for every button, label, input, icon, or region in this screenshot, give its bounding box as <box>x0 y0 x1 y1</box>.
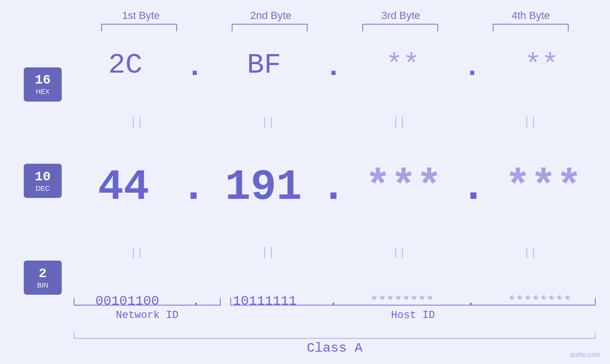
sep-dec-bin: || || || || <box>71 246 596 259</box>
byte3-header: 3rd Byte <box>353 9 448 22</box>
bracket-byte3 <box>353 24 448 31</box>
hex-b3-cell: ** <box>356 49 450 81</box>
byte2-header: 2nd Byte <box>224 9 319 22</box>
hex-row: 2C . BF . ** . ** <box>71 49 596 81</box>
host-id-bracket <box>230 298 596 306</box>
bracket-byte1 <box>92 24 187 31</box>
badges-column: 16 HEX 10 DEC 2 BIN <box>14 31 71 364</box>
hex-b2-cell: BF <box>216 49 311 81</box>
main-container: 1st Byte 2nd Byte 3rd Byte 4th Byte 16 H… <box>0 0 610 364</box>
bracket-byte4 <box>483 24 578 31</box>
dec-row: 44 . 191 . *** . *** <box>71 163 596 212</box>
dot-hex-1: . <box>186 51 203 84</box>
dec-badge: 10 DEC <box>24 164 62 198</box>
dec-b3-cell: *** <box>356 163 451 212</box>
hex-b3-value: ** <box>386 49 420 81</box>
hex-badge: 16 HEX <box>24 67 62 102</box>
dec-b1-value: 44 <box>98 163 149 212</box>
hex-b4-cell: ** <box>494 49 589 81</box>
dec-b2-cell: 191 <box>216 163 311 212</box>
bracket-byte2 <box>222 24 317 31</box>
class-bracket <box>74 332 596 339</box>
dec-b2-value: 191 <box>225 163 302 212</box>
dot-hex-2: . <box>325 51 342 84</box>
network-id-bracket <box>74 298 221 306</box>
dec-b1-cell: 44 <box>76 163 171 212</box>
host-id-label: Host ID <box>230 309 596 321</box>
byte-headers: 1st Byte 2nd Byte 3rd Byte 4th Byte <box>0 9 610 22</box>
hex-b1-value: 2C <box>108 49 142 81</box>
bin-badge: 2 BIN <box>24 261 62 295</box>
byte1-header: 1st Byte <box>94 9 188 22</box>
network-id-label: Network ID <box>74 309 221 321</box>
byte4-header: 4th Byte <box>483 9 578 22</box>
watermark: ipshu.com <box>570 351 601 358</box>
dec-b3-value: *** <box>365 163 442 212</box>
hex-b1-cell: 2C <box>78 49 173 81</box>
hex-b2-value: BF <box>247 49 281 81</box>
dot-hex-3: . <box>464 51 481 84</box>
class-label: Class A <box>74 341 596 355</box>
dec-b4-value: *** <box>505 163 582 212</box>
bottom-bracket-area: Network ID Host ID <box>74 298 596 321</box>
dot-dec-2: . <box>320 166 346 209</box>
sep-hex-dec: || || || || <box>71 116 596 129</box>
class-section: Class A <box>74 332 596 355</box>
dec-b4-cell: *** <box>496 163 591 212</box>
hex-b4-value: ** <box>525 49 559 81</box>
dot-dec-1: . <box>181 166 206 209</box>
dot-dec-3: . <box>460 166 486 209</box>
